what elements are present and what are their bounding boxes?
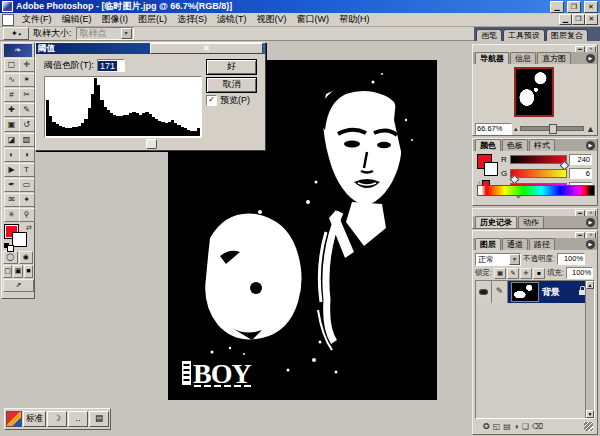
ime-punctuation-icon[interactable]: ‥ (68, 411, 88, 427)
brush-tool[interactable]: ✎ (19, 103, 35, 117)
panel-menu-icon[interactable]: ▶ (586, 141, 595, 150)
red-value-field[interactable]: 240 (569, 154, 592, 165)
blend-mode-select[interactable]: 正常 ▾ (475, 253, 521, 266)
ime-mode-button[interactable]: 标准 (23, 411, 46, 427)
move-tool[interactable]: ✛ (19, 58, 35, 72)
panel-menu-icon[interactable]: ▶ (586, 218, 595, 227)
layer-set-icon[interactable]: ▤ (503, 421, 511, 432)
tab-actions[interactable]: 动作 (518, 216, 544, 228)
visibility-toggle[interactable] (476, 281, 492, 303)
close-button[interactable]: ✕ (584, 1, 598, 13)
threshold-slider[interactable] (44, 139, 202, 148)
healing-brush-tool[interactable]: ✚ (4, 103, 20, 117)
doc-close-button[interactable]: ✕ (585, 14, 598, 25)
blur-tool[interactable]: ◐ (4, 148, 20, 162)
red-slider[interactable] (510, 155, 567, 164)
well-tab-layer-comps[interactable]: 图层复合 (546, 29, 588, 41)
menu-s[interactable]: 选择(S) (172, 12, 212, 27)
menu-w[interactable]: 窗口(W) (292, 12, 335, 27)
history-brush-tool[interactable]: ↺ (19, 118, 35, 132)
hand-tool[interactable]: ✳ (4, 208, 20, 222)
menu-t[interactable]: 滤镜(T) (212, 12, 252, 27)
lock-transparency-icon[interactable]: ▦ (494, 268, 506, 279)
fill-field[interactable]: 100% (566, 267, 593, 279)
type-tool[interactable]: T (19, 163, 35, 177)
well-tab-tool-presets[interactable]: 工具预设 (503, 29, 545, 41)
notes-tool[interactable]: ✉ (4, 193, 20, 207)
tab-color[interactable]: 颜色 (475, 139, 501, 151)
opacity-field[interactable]: 100% (557, 253, 585, 265)
lock-pixels-icon[interactable]: ✎ (507, 268, 519, 279)
tab-history[interactable]: 历史记录 (475, 216, 517, 228)
path-selection-tool[interactable]: ▶ (4, 163, 20, 177)
doc-restore-button[interactable]: ❐ (572, 14, 585, 25)
dialog-title-bar[interactable]: 阈值 ✕ (36, 43, 265, 54)
menu-i[interactable]: 图像(I) (97, 12, 134, 27)
delete-layer-icon[interactable]: ⌫ (532, 421, 543, 432)
ime-logo-icon[interactable] (6, 411, 22, 427)
dialog-close-icon[interactable]: ✕ (150, 43, 264, 54)
restore-button[interactable]: ❐ (567, 1, 581, 13)
well-tab-brushes[interactable]: 画笔 (476, 29, 502, 41)
fullscreen-menubar-button[interactable]: ▣ (13, 265, 22, 278)
swap-colors-icon[interactable]: ⇄ (26, 224, 32, 232)
background-color-swatch[interactable] (484, 162, 498, 176)
minimize-button[interactable]: ▁ (550, 1, 564, 13)
ime-keyboard-icon[interactable]: ▤ (89, 411, 109, 427)
standard-screen-button[interactable]: ▢ (3, 265, 12, 278)
green-value-field[interactable]: 6 (569, 168, 592, 179)
tab-swatches[interactable]: 色板 (502, 139, 528, 151)
jump-to-imageready-button[interactable]: ⇗ (3, 279, 34, 292)
lock-position-icon[interactable]: ✛ (520, 268, 532, 279)
background-color-swatch[interactable] (12, 232, 27, 247)
pen-tool[interactable]: ✒ (4, 178, 20, 192)
menu-l[interactable]: 图层(L) (133, 12, 172, 27)
standard-mode-button[interactable]: ◯ (3, 251, 18, 264)
fullscreen-button[interactable]: ■ (24, 265, 33, 278)
tab-layers[interactable]: 图层 (475, 238, 501, 250)
current-tool-chip[interactable]: ✦ ▾ (3, 27, 29, 40)
preview-checkbox[interactable]: ✓ (206, 95, 217, 106)
eyedropper-tool[interactable]: ✦ (19, 193, 35, 207)
magic-wand-tool[interactable]: ✶ (19, 73, 35, 87)
clone-stamp-tool[interactable]: ▣ (4, 118, 20, 132)
crop-tool[interactable]: # (4, 88, 20, 102)
navigator-zoom-field[interactable]: 66.67% (475, 123, 512, 135)
menu-h[interactable]: 帮助(H) (334, 12, 375, 27)
default-colors-icon[interactable] (4, 243, 13, 250)
green-slider[interactable] (510, 169, 567, 178)
tab-histogram[interactable]: 直方图 (537, 52, 571, 64)
threshold-level-input[interactable]: 171 (97, 59, 125, 72)
rectangular-marquee-tool[interactable]: ▢ (4, 58, 20, 72)
gradient-tool[interactable]: ▨ (19, 133, 35, 147)
ok-button[interactable]: 好 (206, 59, 257, 75)
lock-all-icon[interactable]: ■ (533, 268, 545, 279)
lasso-tool[interactable]: ∿ (4, 73, 20, 87)
color-spectrum-ramp[interactable] (477, 185, 595, 196)
panel-menu-icon[interactable]: ▶ (586, 54, 595, 63)
layers-scrollbar[interactable]: ▲ ▼ (585, 281, 594, 418)
panel-menu-icon[interactable]: ▶ (586, 240, 595, 249)
tab-styles[interactable]: 样式 (529, 139, 555, 151)
zoom-in-icon[interactable]: ▲ (586, 124, 595, 134)
navigator-zoom-slider[interactable] (520, 126, 585, 131)
tab-paths[interactable]: 路径 (529, 238, 555, 250)
adjustment-layer-icon[interactable]: ◑ (514, 421, 519, 432)
document-icon[interactable] (2, 14, 14, 26)
layer-row-background[interactable]: ✎ 背景 (476, 281, 594, 303)
navigator-proxy-view[interactable] (514, 67, 554, 117)
dodge-tool[interactable]: ◑ (19, 148, 35, 162)
shape-tool[interactable]: ▭ (19, 178, 35, 192)
menu-f[interactable]: 文件(F) (17, 12, 57, 27)
eraser-tool[interactable]: ◪ (4, 133, 20, 147)
threshold-slider-thumb[interactable] (146, 139, 157, 149)
tab-info[interactable]: 信息 (510, 52, 536, 64)
scroll-down-icon[interactable]: ▼ (586, 410, 594, 418)
cancel-button[interactable]: 取消 (206, 77, 257, 93)
tab-navigator[interactable]: 导航器 (475, 52, 509, 64)
zoom-tool[interactable]: ⚲ (19, 208, 35, 222)
sample-size-select[interactable]: 取样点 ▾ (76, 27, 134, 40)
quick-mask-mode-button[interactable]: ◉ (19, 251, 34, 264)
zoom-slider-thumb[interactable] (549, 124, 557, 134)
ime-fullwidth-icon[interactable]: ☽ (47, 411, 67, 427)
